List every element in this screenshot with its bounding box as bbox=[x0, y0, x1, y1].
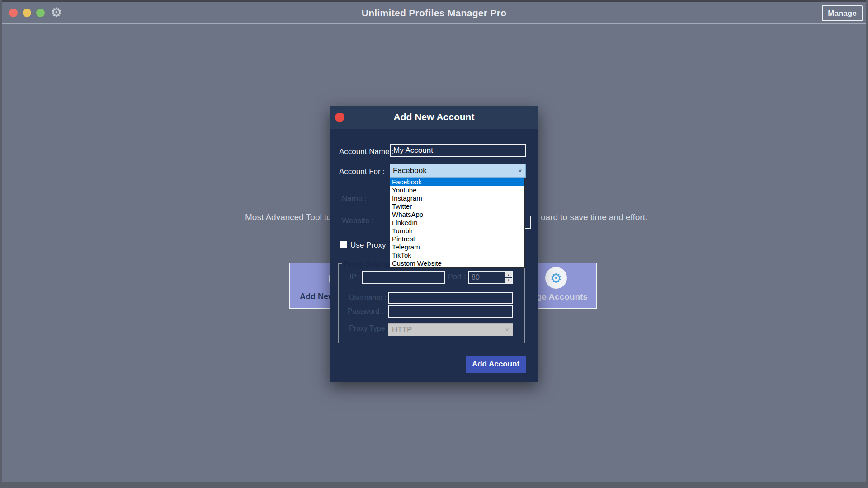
account-for-dropdown-list[interactable]: FacebookYoutubeInstagramTwitterWhatsAppL… bbox=[390, 178, 525, 268]
dropdown-option-linkedin[interactable]: LinkedIn bbox=[390, 219, 524, 227]
account-for-selected-value: Facebook bbox=[393, 166, 427, 175]
add-account-button[interactable]: Add Account bbox=[466, 356, 526, 373]
dialog-title: Add New Account bbox=[330, 112, 538, 122]
dropdown-option-youtube[interactable]: Youtube bbox=[390, 186, 524, 194]
proxy-type-select[interactable]: HTTP ˅ bbox=[388, 323, 513, 336]
window-frame-right bbox=[866, 0, 868, 488]
tagline-right-fragment: oard to save time and effort. bbox=[541, 212, 647, 222]
website-label: Website : bbox=[342, 216, 374, 225]
dropdown-option-custom-website[interactable]: Custom Website bbox=[390, 259, 524, 267]
port-spinner[interactable]: 80 ▲ ▼ bbox=[468, 271, 513, 284]
window-frame-left bbox=[0, 0, 2, 488]
account-name-label: Account Name : bbox=[339, 147, 394, 156]
proxy-type-selected-value: HTTP bbox=[392, 325, 412, 334]
chevron-down-icon: ˅ bbox=[505, 324, 509, 336]
titlebar: ⚙ Unlimited Profiles Manager Pro Manage bbox=[2, 2, 866, 24]
manage-button[interactable]: Manage bbox=[822, 5, 863, 21]
window-frame-bottom bbox=[0, 482, 868, 488]
proxy-password-input[interactable] bbox=[388, 305, 513, 318]
name-label: Name : bbox=[342, 194, 367, 203]
use-proxy-label: Use Proxy bbox=[350, 241, 386, 250]
add-new-account-dialog: Add New Account Account Name : Account F… bbox=[330, 106, 538, 382]
dropdown-option-telegram[interactable]: Telegram bbox=[390, 243, 524, 251]
proxy-username-input[interactable] bbox=[388, 292, 513, 304]
app-title: Unlimited Profiles Manager Pro bbox=[2, 8, 866, 19]
dropdown-option-tumblr[interactable]: Tumblr bbox=[390, 227, 524, 235]
dropdown-option-pintrest[interactable]: Pintrest bbox=[390, 235, 524, 243]
account-name-input[interactable] bbox=[390, 144, 526, 157]
proxy-type-label: Proxy Type : bbox=[349, 324, 389, 333]
dropdown-option-whatsapp[interactable]: WhatsApp bbox=[390, 211, 524, 219]
ip-label: IP : bbox=[349, 273, 360, 281]
gear-icon: ⚙ bbox=[545, 267, 567, 289]
dropdown-option-instagram[interactable]: Instagram bbox=[390, 194, 524, 202]
port-label: Port : bbox=[448, 273, 465, 281]
spinner-down-icon[interactable]: ▼ bbox=[505, 278, 512, 283]
port-value: 80 bbox=[472, 273, 480, 282]
ip-input[interactable] bbox=[362, 271, 445, 284]
username-label: Username : bbox=[349, 294, 387, 302]
use-proxy-checkbox[interactable] bbox=[340, 241, 347, 248]
chevron-down-icon: ˅ bbox=[518, 164, 522, 177]
dropdown-option-twitter[interactable]: Twitter bbox=[390, 202, 524, 211]
dropdown-option-tiktok[interactable]: TikTok bbox=[390, 251, 524, 259]
proxy-settings-group-label: Proxy Settings bbox=[342, 260, 395, 269]
account-for-label: Account For : bbox=[339, 167, 385, 176]
dropdown-option-facebook[interactable]: Facebook bbox=[390, 178, 524, 186]
account-for-select[interactable]: Facebook ˅ bbox=[390, 164, 526, 178]
spinner-up-icon[interactable]: ▲ bbox=[505, 272, 512, 277]
dialog-header: Add New Account bbox=[330, 106, 538, 129]
password-label: Password : bbox=[348, 307, 383, 315]
